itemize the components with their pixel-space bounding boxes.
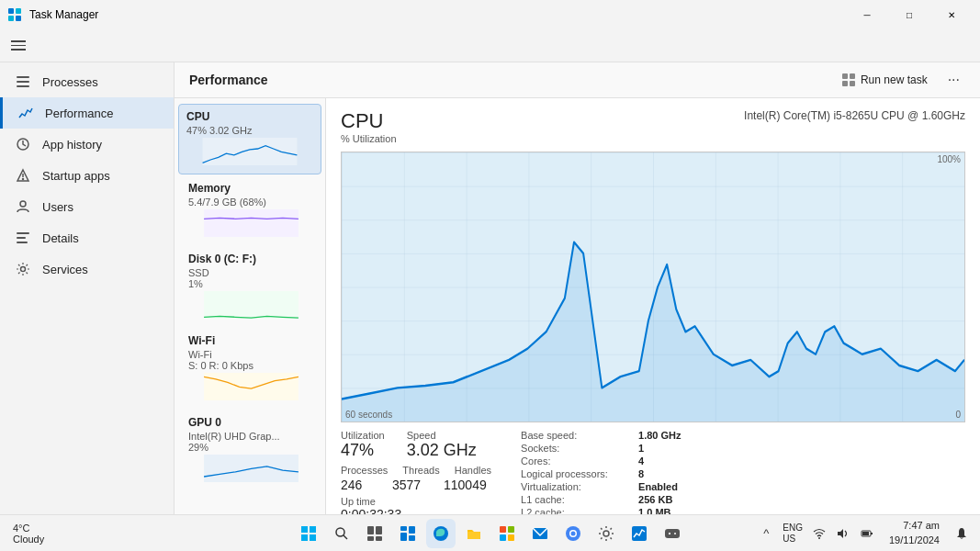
svg-rect-47 <box>500 534 506 541</box>
svg-rect-0 <box>8 8 14 14</box>
app-container: Processes Performance App history <box>0 29 980 544</box>
performance-body: CPU 47% 3.02 GHz Memory 5.4/7.9 GB <box>175 98 980 544</box>
threads-value: 3577 <box>392 478 421 492</box>
svg-point-11 <box>20 201 26 207</box>
lang-text: ENG <box>783 523 803 534</box>
task-manager-taskbar-button[interactable] <box>625 519 654 548</box>
wifi-signal-icon <box>813 527 826 540</box>
gpu-mini-graph <box>188 455 314 482</box>
device-value-memory: 5.4/7.9 GB (68%) <box>188 197 314 208</box>
speed-value: 3.02 GHz <box>407 441 477 459</box>
game-icon <box>664 525 681 542</box>
microsoft-store-button[interactable] <box>492 519 522 548</box>
svg-rect-30 <box>310 526 316 533</box>
perf-actions: Run new task ··· <box>835 70 965 90</box>
sidebar-item-app-history[interactable]: App history <box>0 129 174 160</box>
device-name-memory: Memory <box>188 182 231 195</box>
svg-rect-38 <box>376 536 382 541</box>
svg-rect-29 <box>301 526 308 533</box>
battery-icon <box>861 527 873 540</box>
settings-taskbar-button[interactable] <box>591 519 621 548</box>
sidebar-item-performance[interactable]: Performance <box>0 97 174 129</box>
device-list: CPU 47% 3.02 GHz Memory 5.4/7.9 GB <box>175 98 326 544</box>
device-sub2-gpu: Intel(R) UHD Grap... <box>188 431 314 442</box>
cpu-model: Intel(R) Core(TM) i5-8265U CPU @ 1.60GHz <box>744 109 965 122</box>
widgets-button[interactable] <box>393 519 422 548</box>
more-options-button[interactable]: ··· <box>942 70 965 90</box>
svg-rect-12 <box>17 232 29 234</box>
show-hidden-icons-button[interactable]: ^ <box>755 523 777 545</box>
svg-rect-2 <box>8 16 14 21</box>
language-indicator[interactable]: ENG US <box>779 521 806 546</box>
device-item-memory[interactable]: Memory 5.4/7.9 GB (68%) <box>178 176 321 245</box>
base-speed-value: 1.80 GHz <box>638 430 681 441</box>
base-speed-label: Base speed: <box>521 430 631 441</box>
cpu-detail-panel: CPU % Utilization Intel(R) Core(TM) i5-8… <box>326 98 980 544</box>
battery-tray-icon[interactable] <box>856 523 878 545</box>
svg-rect-21 <box>203 138 298 165</box>
device-name-cpu: CPU <box>186 110 209 123</box>
run-new-task-button[interactable]: Run new task <box>835 70 935 90</box>
sidebar-label-processes: Processes <box>42 75 98 89</box>
search-button[interactable] <box>327 519 356 548</box>
task-view-icon <box>367 526 382 541</box>
sidebar-item-startup-apps[interactable]: Startup apps <box>0 160 174 191</box>
chrome-button[interactable] <box>558 519 588 548</box>
svg-rect-41 <box>400 533 407 541</box>
cpu-util-label: % Utilization <box>341 133 397 144</box>
wifi-tray-icon[interactable] <box>808 523 830 545</box>
task-manager-taskbar-icon <box>631 525 648 542</box>
svg-rect-17 <box>842 73 848 79</box>
svg-rect-20 <box>850 81 855 86</box>
chart-max-label: 100% <box>937 154 961 164</box>
task-view-button[interactable] <box>360 519 389 548</box>
weather-widget[interactable]: 4°C Cloudy <box>7 521 50 546</box>
sockets-value: 1 <box>638 443 644 454</box>
edge-browser-button[interactable] <box>426 519 456 548</box>
cpu-chart: 100% 0 60 seconds <box>341 152 965 422</box>
notification-bell-button[interactable] <box>951 523 973 545</box>
cpu-title: CPU <box>341 109 397 133</box>
svg-point-53 <box>603 531 609 536</box>
svg-rect-46 <box>508 526 514 533</box>
cpu-mini-graph <box>186 138 313 165</box>
close-button[interactable]: ✕ <box>930 0 973 29</box>
mail-button[interactable] <box>525 519 555 548</box>
clock[interactable]: 7:47 am 19/11/2024 <box>884 517 945 549</box>
svg-rect-19 <box>842 81 848 86</box>
time-display: 7:47 am <box>889 519 940 533</box>
svg-rect-13 <box>17 237 26 239</box>
maximize-button[interactable]: □ <box>888 0 930 29</box>
virtualization-label: Virtualization: <box>521 481 631 492</box>
sidebar-label-startup-apps: Startup apps <box>42 169 110 183</box>
sidebar-item-users[interactable]: Users <box>0 191 174 222</box>
svg-point-10 <box>23 179 24 180</box>
device-item-wifi[interactable]: Wi-Fi Wi-Fi S: 0 R: 0 Kbps <box>178 329 321 409</box>
volume-tray-icon[interactable] <box>832 523 854 545</box>
svg-point-58 <box>674 533 676 534</box>
svg-rect-1 <box>16 8 21 14</box>
svg-rect-24 <box>204 373 299 400</box>
svg-rect-22 <box>204 209 299 237</box>
svg-marker-60 <box>838 529 843 538</box>
game-button[interactable] <box>658 519 687 548</box>
store-icon <box>499 525 515 542</box>
wifi-mini-graph <box>188 373 314 400</box>
device-item-disk[interactable]: Disk 0 (C: F:) SSD 1% <box>178 247 321 327</box>
sidebar-item-processes[interactable]: Processes <box>0 66 174 97</box>
svg-point-15 <box>21 267 26 272</box>
svg-rect-6 <box>17 85 29 87</box>
widgets-icon <box>400 525 416 542</box>
sidebar-item-details[interactable]: Details <box>0 222 174 253</box>
minimize-button[interactable]: ─ <box>846 0 888 29</box>
hamburger-icon[interactable] <box>11 37 29 55</box>
start-button[interactable] <box>294 519 323 548</box>
sidebar-item-services[interactable]: Services <box>0 253 174 285</box>
system-tray-icons: ^ ENG US <box>755 521 878 546</box>
chart-zero-label: 0 <box>955 410 961 420</box>
device-item-gpu[interactable]: GPU 0 Intel(R) UHD Grap... 29% <box>178 410 321 490</box>
performance-header: Performance Run new task ··· <box>175 62 980 98</box>
svg-rect-42 <box>409 535 415 541</box>
device-item-cpu[interactable]: CPU 47% 3.02 GHz <box>178 104 321 174</box>
file-explorer-button[interactable] <box>459 519 489 548</box>
